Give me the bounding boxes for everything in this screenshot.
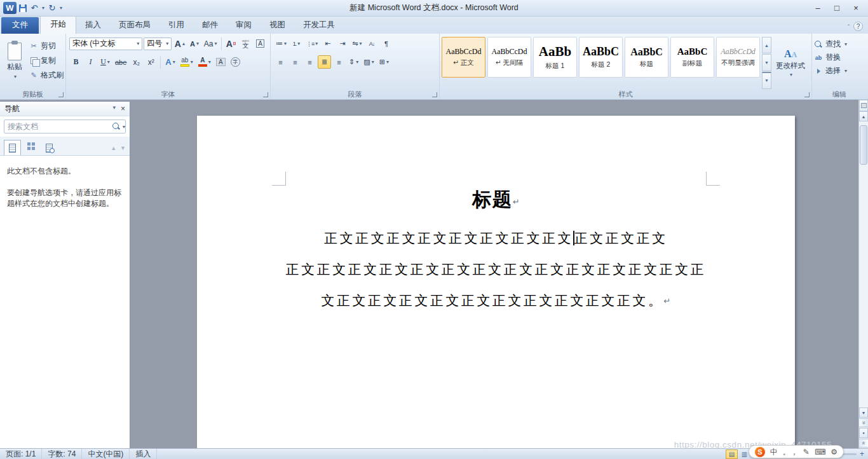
font-size-select[interactable]: 四号 ▾ xyxy=(144,38,172,50)
tab-developer[interactable]: 开发工具 xyxy=(294,17,344,34)
change-case-button[interactable]: Aa▾ xyxy=(202,37,218,50)
navigation-close-icon[interactable]: × xyxy=(121,104,125,113)
style-heading-2[interactable]: AaBbC 标题 2 xyxy=(579,37,623,78)
help-icon[interactable]: ? xyxy=(853,22,863,31)
navigation-options-icon[interactable]: ▾ xyxy=(112,104,116,113)
minimize-button[interactable]: – xyxy=(808,2,827,15)
style-subtitle[interactable]: AaBbC 副标题 xyxy=(670,37,714,78)
cut-button[interactable]: ✂ 剪切 xyxy=(29,39,64,52)
clear-formatting-button[interactable]: A xyxy=(224,37,238,50)
word-logo-icon[interactable]: W xyxy=(3,2,17,14)
select-browse-object-button[interactable]: ● xyxy=(859,428,868,438)
copy-button[interactable]: 复制 xyxy=(29,54,64,67)
line-spacing-button[interactable]: ⇕▾ xyxy=(347,55,360,69)
font-color-button[interactable]: A▾ xyxy=(196,55,213,69)
document-page[interactable]: 标题↵ 正文正文正文正文正文正文正文正文正文正文正文 正文正文正文正文正文正文正… xyxy=(197,116,795,448)
grow-font-button[interactable]: A▴ xyxy=(173,37,186,50)
justify-button[interactable]: ≣ xyxy=(318,55,331,69)
browse-results-tab[interactable] xyxy=(41,140,58,155)
insert-mode-indicator[interactable]: 插入 xyxy=(130,449,157,459)
align-center-button[interactable]: ≡ xyxy=(288,55,302,69)
align-left-button[interactable]: ≡ xyxy=(274,55,287,69)
document-title-line[interactable]: 标题↵ xyxy=(273,116,719,213)
print-layout-view-button[interactable]: ▤ xyxy=(726,449,738,459)
language-indicator[interactable]: 中文(中国) xyxy=(82,449,130,459)
undo-button[interactable]: ↶ xyxy=(29,3,39,14)
underline-button[interactable]: U▾ xyxy=(98,55,112,69)
multilevel-list-button[interactable]: ⋮≡▾ xyxy=(304,37,320,50)
scroll-up-icon[interactable]: ▲ xyxy=(859,111,868,121)
punctuation-toggle[interactable]: 。， xyxy=(783,448,798,456)
zoom-in-button[interactable]: + xyxy=(860,449,864,458)
scrollbar-track[interactable] xyxy=(859,121,868,408)
tab-review[interactable]: 审阅 xyxy=(227,17,261,34)
styles-scroll-up-icon[interactable]: ▲ xyxy=(762,37,771,53)
select-button[interactable]: 选择 ▾ xyxy=(814,64,865,78)
character-border-button[interactable]: A xyxy=(254,37,267,50)
ruler-toggle-button[interactable] xyxy=(859,100,868,111)
scrollbar-thumb[interactable] xyxy=(860,125,867,165)
strikethrough-button[interactable]: abe xyxy=(113,55,128,69)
soft-keyboard-icon[interactable]: ⌨ xyxy=(815,448,825,456)
enclose-characters-button[interactable]: 字 xyxy=(229,55,242,69)
show-marks-button[interactable]: ¶ xyxy=(380,37,393,50)
paragraph-dialog-launcher[interactable] xyxy=(432,92,437,97)
undo-dropdown-icon[interactable]: ▾ xyxy=(41,3,46,14)
next-result-icon[interactable]: ▼ xyxy=(120,145,126,151)
chinese-english-toggle[interactable]: 中 xyxy=(770,448,778,456)
tab-mailings[interactable]: 邮件 xyxy=(193,17,227,34)
bullets-button[interactable]: ≔▾ xyxy=(274,37,288,50)
borders-button[interactable]: ⊞▾ xyxy=(377,55,391,69)
style-title[interactable]: AaBbC 标题 xyxy=(625,37,668,78)
style-normal[interactable]: AaBbCcDd ↵ 正文 xyxy=(442,37,485,78)
bold-button[interactable]: B xyxy=(69,55,83,69)
tab-view[interactable]: 视图 xyxy=(261,17,294,34)
previous-result-icon[interactable]: ▲ xyxy=(111,145,116,151)
font-name-select[interactable]: 宋体 (中文标 ▾ xyxy=(69,38,142,50)
style-heading-1[interactable]: AaBb 标题 1 xyxy=(533,37,577,78)
navigation-search-button[interactable]: ▾ xyxy=(109,123,128,130)
next-page-button[interactable]: « xyxy=(858,439,868,448)
decrease-indent-button[interactable]: ⇤ xyxy=(321,37,334,50)
find-button[interactable]: 查找 ▾ xyxy=(814,38,865,51)
change-styles-button[interactable]: AA 更改样式 ▾ xyxy=(773,37,808,89)
increase-indent-button[interactable]: ⇥ xyxy=(336,37,349,50)
browse-headings-tab[interactable] xyxy=(4,140,21,155)
style-subtle-emphasis[interactable]: AaBbCcDd 不明显强调 xyxy=(716,37,760,78)
tab-references[interactable]: 引用 xyxy=(159,17,193,34)
asian-layout-button[interactable]: ⇋▾ xyxy=(350,37,363,50)
browse-pages-tab[interactable] xyxy=(22,140,39,155)
align-right-button[interactable]: ≡ xyxy=(303,55,316,69)
settings-icon[interactable]: ⚙ xyxy=(831,448,837,456)
replace-button[interactable]: ab 替换 xyxy=(814,51,865,64)
text-effects-button[interactable]: A▾ xyxy=(163,55,177,69)
maximize-button[interactable]: □ xyxy=(827,2,846,15)
clipboard-dialog-launcher[interactable] xyxy=(58,92,64,97)
tab-page-layout[interactable]: 页面布局 xyxy=(110,17,159,34)
character-shading-button[interactable]: A xyxy=(214,55,227,69)
scroll-down-icon[interactable]: ▼ xyxy=(859,408,868,418)
sogou-logo-icon[interactable]: S xyxy=(755,447,765,457)
save-button[interactable] xyxy=(18,3,28,14)
close-button[interactable]: × xyxy=(846,2,865,15)
navigation-search-input[interactable] xyxy=(4,122,109,131)
sort-button[interactable]: A↓ xyxy=(365,37,379,50)
italic-button[interactable]: I xyxy=(84,55,97,69)
font-dialog-launcher[interactable] xyxy=(263,92,268,97)
styles-dialog-launcher[interactable] xyxy=(804,92,810,97)
highlight-button[interactable]: ab▾ xyxy=(179,55,195,69)
document-body-text[interactable]: 正文正文正文正文正文正文正文正文正文正文正文 正文正文正文正文正文正文正文正文正… xyxy=(273,223,719,317)
numbering-button[interactable]: 1.▾ xyxy=(290,37,303,50)
qat-customize-button[interactable]: ▾ xyxy=(58,3,64,14)
subscript-button[interactable]: x₂ xyxy=(130,55,143,69)
document-area[interactable]: 标题↵ 正文正文正文正文正文正文正文正文正文正文正文 正文正文正文正文正文正文正… xyxy=(130,100,858,448)
tab-file[interactable]: 文件 xyxy=(1,17,39,34)
shading-button[interactable]: ▨▾ xyxy=(362,55,376,69)
collapse-ribbon-icon[interactable]: ˆ xyxy=(848,24,850,30)
paste-button[interactable]: 粘贴 ▾ xyxy=(2,37,27,85)
word-count[interactable]: 字数: 74 xyxy=(42,449,82,459)
redo-button[interactable]: ↻ xyxy=(47,3,57,14)
handwriting-icon[interactable]: ✎ xyxy=(803,448,810,456)
shrink-font-button[interactable]: A▾ xyxy=(187,37,201,50)
format-painter-button[interactable]: ✎ 格式刷 xyxy=(29,69,64,81)
